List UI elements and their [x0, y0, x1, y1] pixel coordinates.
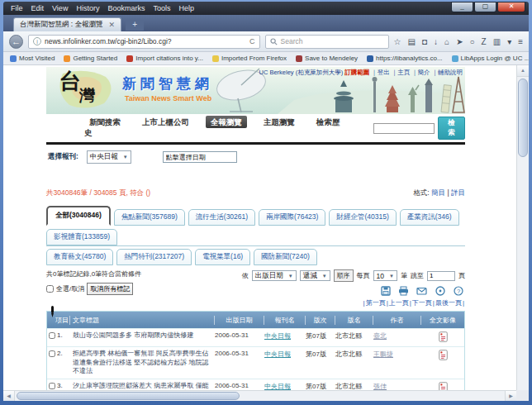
- maximize-button[interactable]: ▢: [474, 2, 496, 12]
- article-title[interactable]: 汐止康寧護理院照顧落差大 病患家屬爭取 僅能領350萬 與近千萬元差距大 院方兩…: [70, 382, 215, 391]
- pagination-link[interactable]: 下一頁: [412, 299, 432, 307]
- horizontal-scroll-thumb[interactable]: [17, 392, 240, 400]
- menu-item-history[interactable]: History: [72, 3, 103, 13]
- bookmark-star-icon[interactable]: ☆: [394, 37, 401, 46]
- view-brief-link[interactable]: 簡目: [431, 188, 445, 197]
- menu-item-file[interactable]: File: [7, 3, 27, 13]
- vertical-scrollbar[interactable]: ▲: [516, 65, 529, 390]
- subscribe-scope-link[interactable]: 訂購範圍: [344, 69, 369, 76]
- reload-icon[interactable]: C: [249, 37, 255, 45]
- pdf-fulltext-icon[interactable]: [439, 336, 448, 344]
- print-icon[interactable]: [398, 286, 409, 296]
- search-submit-button[interactable]: 檢索: [438, 117, 465, 140]
- menu-item-tools[interactable]: Tools: [149, 3, 174, 13]
- disk-icon[interactable]: [435, 286, 445, 296]
- nav-item[interactable]: 上市上櫃公司: [137, 116, 194, 128]
- hamburger-menu-icon[interactable]: ≡: [518, 37, 523, 46]
- bookmark-item[interactable]: LibApps Login @ UC ...: [452, 55, 529, 62]
- reader-icon[interactable]: ▥: [493, 37, 501, 46]
- row-checkbox[interactable]: [49, 350, 55, 357]
- bookmark-item[interactable]: Getting Started: [64, 55, 117, 62]
- article-title[interactable]: 拒絕高學費 林柏儀一審無罪 與反高學費學生佔道遭集會遊行法移送 堅不認錯檢方起訴…: [70, 350, 215, 376]
- category-tab[interactable]: 產業資訊(346): [400, 209, 459, 226]
- horizontal-scrollbar[interactable]: ◀ ▶: [3, 390, 516, 401]
- article-title[interactable]: 鼓山寺公園問題多多 市府期限內儘快修建: [70, 331, 215, 341]
- scroll-left-arrow[interactable]: ◀: [3, 391, 15, 401]
- paper-select[interactable]: 中央日報▼: [87, 150, 131, 164]
- author-link[interactable]: 王鵬捷: [373, 350, 393, 358]
- logo-taiwan-char1: 台: [59, 67, 81, 96]
- category-tab[interactable]: 教育藝文(45780): [46, 249, 113, 265]
- paper-name-link[interactable]: 中央日報: [264, 332, 291, 340]
- date-picker-input[interactable]: [163, 151, 237, 163]
- menu-item-help[interactable]: Help: [174, 3, 198, 13]
- category-tab[interactable]: 全部(3040846): [46, 206, 111, 226]
- search-bar[interactable]: Search: [265, 35, 389, 49]
- pagination-link[interactable]: 最後一頁: [435, 299, 462, 307]
- row-checkbox[interactable]: [49, 383, 55, 389]
- about-link[interactable]: 簡介: [418, 69, 430, 76]
- sort-field-select[interactable]: 出版日期▼: [252, 270, 297, 281]
- category-tab[interactable]: 焦點新聞(357689): [114, 209, 185, 226]
- nav-item[interactable]: 全報瀏覽: [206, 116, 247, 128]
- mail-icon[interactable]: [416, 286, 427, 296]
- sync-icon[interactable]: ○: [470, 37, 475, 46]
- nav-item[interactable]: 主題瀏覽: [259, 116, 300, 128]
- view-detail-link[interactable]: 詳目: [451, 188, 465, 197]
- bookmark-item[interactable]: Import citations into y...: [126, 55, 203, 62]
- bookmark-item[interactable]: Most Visited: [10, 55, 55, 62]
- category-tab[interactable]: 熱門特刊(2317207): [116, 249, 192, 265]
- tab-close-icon[interactable]: ✕: [109, 21, 116, 29]
- close-button[interactable]: ✕: [497, 2, 525, 12]
- logout-link[interactable]: 登出: [378, 69, 390, 76]
- back-button[interactable]: ←: [9, 35, 23, 49]
- category-tab[interactable]: 影視體育(133859): [46, 229, 117, 245]
- pagination-link[interactable]: 第一頁: [366, 299, 386, 307]
- scroll-right-arrow[interactable]: ▶: [505, 391, 516, 401]
- site-identity-icon[interactable]: i: [33, 37, 41, 45]
- author-link[interactable]: 張佳: [373, 383, 387, 390]
- help-icon[interactable]: ?: [453, 286, 463, 296]
- home-icon[interactable]: ⌂: [444, 37, 449, 46]
- menu-item-edit[interactable]: Edit: [27, 3, 49, 13]
- paper-name-link[interactable]: 中央日報: [264, 383, 291, 390]
- sort-order-select[interactable]: 遞減▼: [300, 270, 330, 281]
- category-tab[interactable]: 兩岸國際(76423): [259, 209, 325, 226]
- downloads-icon[interactable]: ↓: [434, 37, 438, 46]
- menu-item-bookmarks[interactable]: Bookmarks: [103, 3, 149, 13]
- new-tab-button[interactable]: +: [126, 20, 144, 31]
- pdf-fulltext-icon[interactable]: [439, 355, 448, 362]
- dropdown-caret-icon[interactable]: ▾: [507, 37, 511, 46]
- zotero-icon[interactable]: Z: [482, 37, 487, 46]
- bookmark-item[interactable]: Save to Mendeley: [296, 55, 358, 62]
- per-page-select[interactable]: 10▼: [373, 270, 397, 281]
- bookmark-item[interactable]: https://libanalytics.co...: [367, 55, 442, 62]
- paper-name-link[interactable]: 中央日報: [264, 350, 291, 358]
- shield-icon[interactable]: ◘: [422, 37, 427, 46]
- sort-apply-button[interactable]: 順序: [334, 269, 354, 282]
- save-icon[interactable]: [380, 286, 391, 296]
- pagination-link[interactable]: 上一頁: [389, 299, 409, 307]
- quick-search-input[interactable]: [373, 123, 435, 134]
- clear-marks-button[interactable]: 取消所有標記: [87, 283, 133, 295]
- vertical-scroll-thumb[interactable]: [518, 79, 528, 157]
- category-tab[interactable]: 國防新聞(7240): [254, 249, 317, 265]
- pocket-send-icon[interactable]: ➤: [456, 37, 463, 46]
- category-tab[interactable]: 財經企管(40315): [329, 209, 396, 226]
- menu-item-view[interactable]: View: [48, 3, 72, 13]
- scroll-up-arrow[interactable]: ▲: [517, 65, 529, 77]
- url-bar[interactable]: i news.infolinker.com.tw/cgi-bin2/Libo.c…: [28, 35, 260, 49]
- category-tab[interactable]: 電視菜單(16): [195, 249, 250, 265]
- home-link[interactable]: 主頁: [397, 69, 410, 76]
- category-tab[interactable]: 流行生活(30261): [188, 209, 255, 226]
- author-link[interactable]: 臺北: [373, 332, 387, 340]
- jump-page-input[interactable]: [427, 271, 455, 281]
- bookmark-item[interactable]: Imported From Firefox: [212, 55, 287, 62]
- browser-tab[interactable]: 台灣新聞智慧網 : 全報瀏覽 ✕: [13, 17, 121, 31]
- minimize-button[interactable]: _: [451, 2, 473, 12]
- chevron-down-icon: ▼: [123, 155, 128, 160]
- select-all-checkbox[interactable]: [46, 285, 54, 293]
- help-link[interactable]: 輔助說明: [438, 69, 463, 76]
- row-checkbox[interactable]: [49, 332, 55, 339]
- clipboard-icon[interactable]: ▤: [408, 37, 416, 46]
